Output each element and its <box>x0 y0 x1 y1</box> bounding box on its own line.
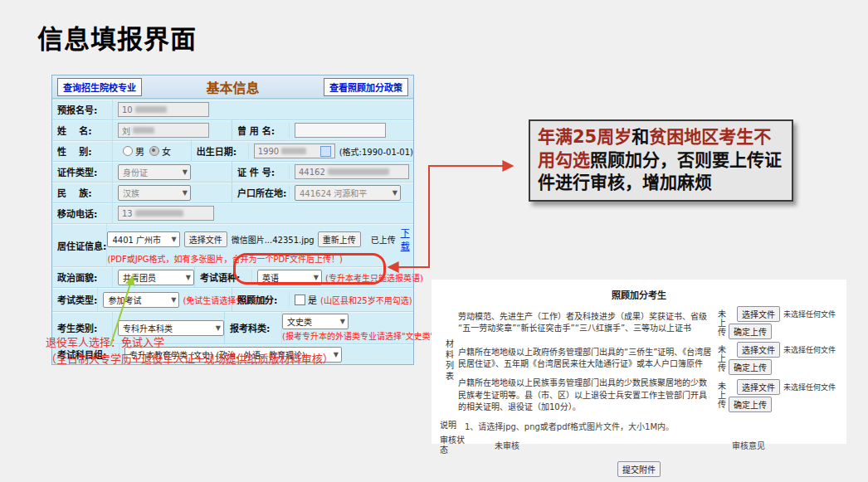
mobile-label: 移动电话: <box>52 203 113 223</box>
chevron-down-icon: ▼ <box>183 168 188 176</box>
birth-format-note: (格式:1990-01-01) <box>339 145 413 158</box>
row-name: 姓 名: 刘 曾 用 名: <box>52 119 413 140</box>
bonus-panel-title: 照顾加分考生 <box>440 288 838 301</box>
audit-status-value: 未审核 <box>495 439 519 451</box>
choose-file-button[interactable]: 选择文件 <box>737 379 780 395</box>
confirm-upload-button[interactable]: 确定上传 <box>729 324 772 339</box>
chevron-down-icon: ▼ <box>216 324 221 332</box>
query-colleges-button[interactable]: 查询招生院校专业 <box>57 78 142 96</box>
row-political-lang: 政治面貌: 共青团员▼ 考试语种: 英语▼ (专升本考生只能选报英语) <box>52 266 413 287</box>
residence-choose-file-button[interactable]: 选择文件 <box>184 231 227 247</box>
reg-no-label: 预报名号: <box>52 100 113 119</box>
material-item-text: 户籍所在地地级以上民族事务管理部门出具的少数民族聚居地的少数民族考生证明等。县（… <box>458 377 714 414</box>
subject-cat-select[interactable]: 文史类▼ <box>282 314 349 329</box>
upload-status: 未上传 <box>714 345 729 372</box>
material-item-text: 劳动模范、先进生产（工作）者及科技进步（成果）奖获证书、省级“五一劳动奖章”“新… <box>458 311 714 335</box>
chevron-down-icon: ▼ <box>393 189 397 197</box>
exam-type-label: 考试类型: <box>52 288 98 311</box>
veteran-note-line2: （全日制大专学历+退役军人证+现场提供纸质版材料审核） <box>46 351 334 368</box>
redacted-text <box>135 106 167 113</box>
no-file-text: 未选择任何文件 <box>783 382 836 392</box>
form-title: 基本信息 <box>142 77 324 97</box>
hukou-label: 户口所在地: <box>232 185 290 201</box>
residence-download-link[interactable]: 下载 <box>401 226 417 252</box>
bonus-label: 照顾加分: <box>232 293 290 306</box>
political-label: 政治面貌: <box>52 267 113 287</box>
id-no-input[interactable]: 44162 <box>295 164 409 179</box>
gender-label: 性 别: <box>52 141 113 161</box>
former-name-input[interactable] <box>295 123 386 138</box>
id-no-label: 证 件 号: <box>232 164 290 179</box>
upload-status: 未上传 <box>714 309 729 337</box>
choose-file-button[interactable]: 选择文件 <box>737 306 780 322</box>
form-header: 查询招生院校专业 基本信息 查看照顾加分政策 <box>52 75 413 99</box>
id-type-select[interactable]: 身份证▼ <box>118 164 191 180</box>
ethnic-label: 民 族: <box>52 183 113 202</box>
hukou-select[interactable]: 441624 河源和平▼ <box>295 185 401 201</box>
no-file-text: 未选择任何文件 <box>783 309 836 319</box>
row-residence: 居住证信息: 4401 广州市▼ 选择文件 微信图片...42351.jpg 重… <box>52 223 413 266</box>
callout-black-text: 和 <box>631 127 649 147</box>
residence-city-select[interactable]: 4401 广州市▼ <box>107 231 179 247</box>
material-item-text: 户籍所在地地级以上政府侨务管理部门出具的“三侨生”证明、《台湾居民居住证》、五年… <box>458 347 714 371</box>
confirm-upload-button[interactable]: 确定上传 <box>729 397 772 412</box>
exam-lang-label: 考试语种: <box>195 270 252 285</box>
reg-no-input[interactable]: 10 <box>118 102 209 117</box>
audit-opinion-label: 审核意见 <box>732 439 765 451</box>
residence-uploaded-text: 已上传 <box>371 233 396 246</box>
cand-type-select[interactable]: 专科升本科类▼ <box>118 320 224 336</box>
redacted-text <box>281 148 306 154</box>
material-row: 户籍所在地地级以上政府侨务管理部门出具的“三侨生”证明、《台湾居民居住证》、五年… <box>458 342 838 375</box>
row-id: 证件类型: 身份证▼ 证 件 号: 44162 <box>52 161 413 182</box>
exam-type-select[interactable]: 参加考试▼ <box>103 292 179 308</box>
audit-status-label: 审核状态 <box>440 436 465 455</box>
row-ethnic-hukou: 民 族: 汉族▼ 户口所在地: 441624 河源和平▼ <box>52 182 413 202</box>
note-label: 说明 <box>440 421 465 431</box>
bonus-checkbox[interactable] <box>295 295 305 305</box>
calendar-icon[interactable] <box>320 146 331 157</box>
radio-female[interactable] <box>149 146 159 156</box>
chevron-down-icon: ▼ <box>183 189 188 197</box>
chevron-down-icon: ▼ <box>340 318 345 325</box>
residence-reupload-button[interactable]: 重新上传 <box>318 231 361 247</box>
page-title: 信息填报界面 <box>37 18 197 56</box>
annotation-callout: 年满25周岁和贫困地区考生不用勾选照顾加分，否则要上传证件进行审核，增加麻烦 <box>529 119 793 202</box>
radio-male[interactable] <box>123 146 133 156</box>
basic-info-form: 查询招生院校专业 基本信息 查看照顾加分政策 预报名号: 10 姓 名: 刘 曾… <box>51 75 414 365</box>
birth-input[interactable]: 1990 <box>254 144 335 158</box>
callout-red-text: 年满25周岁 <box>538 127 631 147</box>
residence-file-name: 微信图片...42351.jpg <box>232 233 315 246</box>
chevron-down-icon: ▼ <box>314 274 319 281</box>
view-bonus-policy-button[interactable]: 查看照顾加分政策 <box>324 78 408 96</box>
veteran-note: 退役军人选择：免试入学 （全日制大专学历+退役军人证+现场提供纸质版材料审核） <box>46 334 334 368</box>
chevron-down-icon: ▼ <box>334 351 339 358</box>
redacted-text <box>133 127 154 134</box>
row-mobile: 移动电话: 13 <box>52 202 413 223</box>
bonus-yes-label: 是 <box>308 293 317 306</box>
female-label: 女 <box>162 144 171 158</box>
former-name-label: 曾 用 名: <box>232 123 290 138</box>
name-label: 姓 名: <box>52 120 113 140</box>
political-select[interactable]: 共青团员▼ <box>118 270 194 285</box>
row-examtype-bonus: 考试类型: 参加考试▼ (免试生请选择免试入学) 照顾加分: 是 (山区县和25… <box>52 287 413 311</box>
material-row: 户籍所在地地级以上民族事务管理部门出具的少数民族聚居地的少数民族考生证明等。县（… <box>458 377 838 414</box>
chevron-down-icon: ▼ <box>171 236 176 243</box>
veteran-note-line1: 退役军人选择：免试入学 <box>46 334 334 351</box>
no-file-text: 未选择任何文件 <box>783 344 836 355</box>
note-text: 1、请选择jpg、png或者pdf格式图片文件，大小1M内。 <box>465 420 674 432</box>
name-input[interactable]: 刘 <box>118 123 209 138</box>
confirm-upload-button[interactable]: 确定上传 <box>729 359 772 375</box>
submit-attachment-button[interactable]: 提交附件 <box>617 461 661 477</box>
residence-format-note: (PDF或JPG格式，如有多张图片，合并为一个PDF文件后上传！) <box>107 252 343 265</box>
mobile-input[interactable]: 13 <box>118 206 214 221</box>
redacted-text <box>328 168 389 175</box>
choose-file-button[interactable]: 选择文件 <box>737 342 780 358</box>
ethnic-select[interactable]: 汉族▼ <box>118 185 191 201</box>
material-list-label: 材料列表 <box>440 306 458 416</box>
exam-lang-note: (专升本考生只能选报英语) <box>325 271 423 284</box>
bonus-material-panel: 照顾加分考生 材料列表 劳动模范、先进生产（工作）者及科技进步（成果）奖获证书、… <box>432 280 846 444</box>
screenshot-root: 信息填报界面 查询招生院校专业 基本信息 查看照顾加分政策 预报名号: 10 姓… <box>0 0 868 482</box>
upload-status: 未上传 <box>714 382 729 409</box>
residence-label: 居住证信息: <box>52 224 107 266</box>
exam-lang-select[interactable]: 英语▼ <box>257 270 322 285</box>
